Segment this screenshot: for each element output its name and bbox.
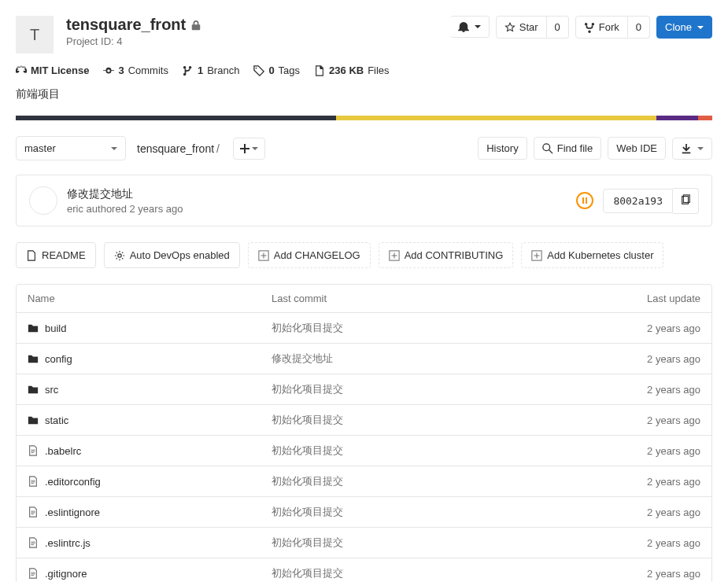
branches-stat[interactable]: 1 Branch (183, 64, 239, 76)
file-last-commit[interactable]: 初始化项目提交 (272, 474, 606, 488)
add-file-button[interactable] (233, 138, 265, 160)
svg-point-0 (256, 67, 257, 68)
branch-icon (183, 65, 194, 76)
notification-button[interactable] (450, 16, 490, 38)
license-stat[interactable]: MIT License (16, 64, 89, 76)
copy-sha-button[interactable] (673, 188, 699, 214)
table-row[interactable]: .babelrc初始化项目提交2 years ago (17, 436, 711, 466)
file-name: .editorconfig (45, 476, 101, 488)
table-row[interactable]: src初始化项目提交2 years ago (17, 374, 711, 405)
history-button[interactable]: History (478, 137, 527, 160)
web-ide-button[interactable]: Web IDE (608, 137, 666, 160)
file-last-commit[interactable]: 初始化项目提交 (272, 505, 606, 519)
table-row[interactable]: .eslintrc.js初始化项目提交2 years ago (17, 528, 711, 558)
bell-icon (458, 21, 469, 32)
table-row[interactable]: static初始化项目提交2 years ago (17, 405, 711, 436)
file-last-update: 2 years ago (606, 537, 700, 549)
svg-point-4 (117, 253, 120, 256)
file-last-update: 2 years ago (606, 353, 700, 365)
table-row[interactable]: .eslintignore初始化项目提交2 years ago (17, 497, 711, 528)
svg-point-1 (543, 143, 550, 150)
fork-count[interactable]: 0 (628, 16, 650, 39)
file-last-commit[interactable]: 修改提交地址 (272, 352, 606, 366)
gear-icon (114, 250, 125, 261)
file-last-commit[interactable]: 初始化项目提交 (272, 566, 606, 580)
commits-icon (103, 65, 114, 76)
chevron-down-icon (111, 146, 117, 152)
folder-icon (28, 322, 39, 333)
file-last-commit[interactable]: 初始化项目提交 (272, 413, 606, 427)
file-last-commit[interactable]: 初始化项目提交 (272, 536, 606, 550)
file-name: .eslintignore (45, 506, 100, 518)
pipeline-status-icon[interactable] (576, 192, 593, 209)
file-name: .eslintrc.js (45, 537, 91, 549)
doc-icon (26, 250, 37, 261)
file-name: build (45, 322, 66, 334)
file-last-commit[interactable]: 初始化项目提交 (272, 382, 606, 396)
language-segment[interactable] (656, 116, 698, 120)
tags-stat[interactable]: 0 Tags (253, 64, 300, 76)
table-header-name: Name (28, 293, 272, 304)
file-last-update: 2 years ago (606, 506, 700, 518)
branch-selector[interactable]: master (16, 136, 126, 160)
language-segment[interactable] (698, 116, 712, 120)
search-icon (542, 143, 553, 154)
download-button[interactable] (672, 138, 712, 160)
folder-icon (28, 384, 39, 395)
table-row[interactable]: .editorconfig初始化项目提交2 years ago (17, 466, 711, 497)
doc-icon (314, 65, 325, 76)
file-last-update: 2 years ago (606, 445, 700, 457)
project-header: T tensquare_front Project ID: 4 Star (16, 16, 712, 53)
file-name: static (45, 414, 68, 426)
add-kubernetes-button[interactable]: Add Kubernetes cluster (521, 242, 663, 268)
language-bar[interactable] (16, 116, 712, 120)
file-last-commit[interactable]: 初始化项目提交 (272, 444, 606, 458)
star-icon (504, 22, 516, 33)
file-icon (28, 476, 39, 487)
add-contributing-button[interactable]: Add CONTRIBUTING (379, 242, 514, 268)
file-icon (28, 506, 39, 518)
fork-button[interactable]: Fork (575, 16, 628, 39)
file-table: Name Last commit Last update build初始化项目提… (16, 284, 712, 582)
file-last-update: 2 years ago (606, 384, 700, 396)
star-count[interactable]: 0 (547, 16, 569, 39)
readme-button[interactable]: README (16, 242, 96, 268)
chevron-down-icon (697, 24, 704, 31)
fork-button-group: Fork 0 (575, 16, 650, 39)
file-last-update: 2 years ago (606, 414, 700, 426)
plus-icon (240, 144, 249, 153)
project-avatar: T (16, 16, 54, 53)
clone-label: Clone (665, 21, 692, 33)
clone-button[interactable]: Clone (656, 16, 712, 39)
file-name: config (45, 353, 72, 365)
auto-devops-button[interactable]: Auto DevOps enabled (104, 242, 240, 268)
file-name: src (45, 384, 58, 396)
file-last-commit[interactable]: 初始化项目提交 (272, 321, 606, 335)
fork-label: Fork (599, 21, 619, 33)
plus-square-icon (389, 250, 400, 261)
fork-icon (584, 22, 595, 33)
lock-icon (190, 20, 201, 31)
commit-sha[interactable]: 8002a193 (603, 189, 673, 213)
language-segment[interactable] (16, 116, 336, 120)
commits-stat[interactable]: 3 Commits (103, 64, 168, 76)
plus-square-icon (258, 250, 269, 261)
star-button[interactable]: Star (496, 16, 547, 39)
table-row[interactable]: config修改提交地址2 years ago (17, 344, 711, 374)
files-size-stat[interactable]: 236 KB Files (314, 64, 390, 76)
table-row[interactable]: build初始化项目提交2 years ago (17, 313, 711, 344)
file-last-update: 2 years ago (606, 476, 700, 488)
commit-title[interactable]: 修改提交地址 (67, 187, 576, 201)
add-changelog-button[interactable]: Add CHANGELOG (248, 242, 371, 268)
table-row[interactable]: .gitignore初始化项目提交2 years ago (17, 558, 711, 582)
file-icon (28, 537, 39, 548)
breadcrumb[interactable]: tensquare_front/ (132, 142, 227, 155)
project-stats: MIT License 3 Commits 1 Branch 0 Tags 23… (16, 64, 712, 76)
project-title: tensquare_front (66, 16, 186, 34)
commit-author-avatar[interactable] (29, 186, 57, 215)
language-segment[interactable] (336, 116, 656, 120)
folder-icon (28, 353, 39, 364)
scale-icon (16, 65, 27, 76)
find-file-button[interactable]: Find file (534, 137, 602, 160)
file-name: .babelrc (45, 445, 81, 457)
